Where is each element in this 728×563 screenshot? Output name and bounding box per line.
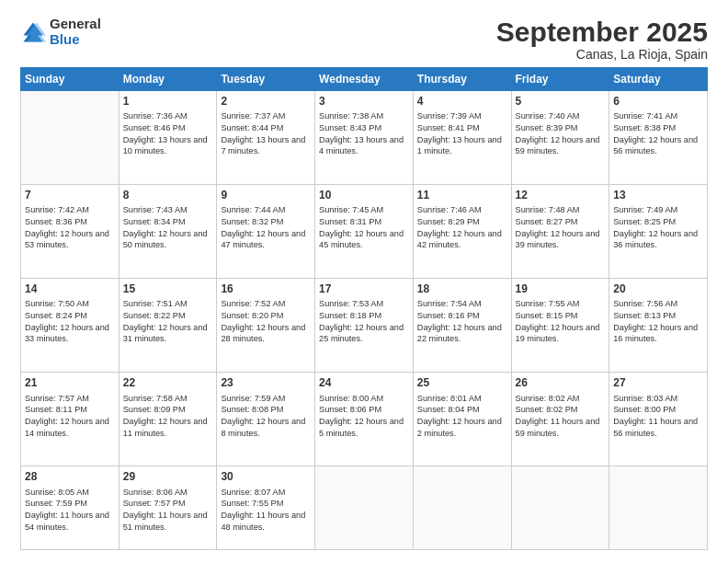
table-row: 28Sunrise: 8:05 AM Sunset: 7:59 PM Dayli… xyxy=(21,466,119,550)
day-info: Sunrise: 7:46 AM Sunset: 8:29 PM Dayligh… xyxy=(417,204,507,251)
day-info: Sunrise: 7:59 AM Sunset: 8:08 PM Dayligh… xyxy=(221,393,311,440)
table-row: 4Sunrise: 7:39 AM Sunset: 8:41 PM Daylig… xyxy=(413,91,511,185)
day-info: Sunrise: 8:02 AM Sunset: 8:02 PM Dayligh… xyxy=(516,393,606,440)
day-info: Sunrise: 8:05 AM Sunset: 7:59 PM Dayligh… xyxy=(25,487,115,534)
day-number: 26 xyxy=(516,375,606,390)
day-info: Sunrise: 8:03 AM Sunset: 8:00 PM Dayligh… xyxy=(613,393,703,440)
day-info: Sunrise: 7:53 AM Sunset: 8:18 PM Dayligh… xyxy=(319,298,409,345)
day-info: Sunrise: 8:00 AM Sunset: 8:06 PM Dayligh… xyxy=(319,393,409,440)
day-number: 17 xyxy=(319,282,409,296)
day-info: Sunrise: 8:07 AM Sunset: 7:55 PM Dayligh… xyxy=(221,487,311,534)
header: General Blue September 2025 Canas, La Ri… xyxy=(20,17,708,62)
day-number: 19 xyxy=(516,282,606,296)
table-row: 14Sunrise: 7:50 AM Sunset: 8:24 PM Dayli… xyxy=(21,279,119,373)
col-monday: Monday xyxy=(119,68,217,91)
table-row: 1Sunrise: 7:36 AM Sunset: 8:46 PM Daylig… xyxy=(119,91,217,185)
table-row: 19Sunrise: 7:55 AM Sunset: 8:15 PM Dayli… xyxy=(511,279,609,373)
day-number: 2 xyxy=(221,94,311,109)
day-info: Sunrise: 7:42 AM Sunset: 8:36 PM Dayligh… xyxy=(25,204,115,251)
day-number: 16 xyxy=(221,282,311,296)
table-row: 24Sunrise: 8:00 AM Sunset: 8:06 PM Dayli… xyxy=(315,373,414,466)
day-number: 14 xyxy=(25,282,115,296)
day-number: 8 xyxy=(123,188,213,202)
day-number: 11 xyxy=(417,188,507,202)
day-info: Sunrise: 7:41 AM Sunset: 8:38 PM Dayligh… xyxy=(613,110,703,157)
table-row: 6Sunrise: 7:41 AM Sunset: 8:38 PM Daylig… xyxy=(609,91,708,185)
calendar-title: September 2025 xyxy=(496,17,708,47)
table-row: 3Sunrise: 7:38 AM Sunset: 8:43 PM Daylig… xyxy=(315,91,414,185)
day-info: Sunrise: 7:45 AM Sunset: 8:31 PM Dayligh… xyxy=(319,204,409,251)
day-info: Sunrise: 7:57 AM Sunset: 8:11 PM Dayligh… xyxy=(25,393,115,440)
day-info: Sunrise: 7:38 AM Sunset: 8:43 PM Dayligh… xyxy=(319,110,409,157)
day-number: 24 xyxy=(319,375,409,390)
table-row: 30Sunrise: 8:07 AM Sunset: 7:55 PM Dayli… xyxy=(217,466,315,550)
day-info: Sunrise: 7:49 AM Sunset: 8:25 PM Dayligh… xyxy=(613,204,703,251)
day-info: Sunrise: 7:39 AM Sunset: 8:41 PM Dayligh… xyxy=(417,110,507,157)
day-info: Sunrise: 7:40 AM Sunset: 8:39 PM Dayligh… xyxy=(516,110,606,157)
logo-general: General xyxy=(50,17,101,32)
table-row: 21Sunrise: 7:57 AM Sunset: 8:11 PM Dayli… xyxy=(21,373,119,466)
table-row: 8Sunrise: 7:43 AM Sunset: 8:34 PM Daylig… xyxy=(119,185,217,279)
day-number: 10 xyxy=(319,188,409,202)
day-number: 23 xyxy=(221,375,311,390)
day-number: 18 xyxy=(417,282,507,296)
day-number: 9 xyxy=(221,188,311,202)
day-info: Sunrise: 7:50 AM Sunset: 8:24 PM Dayligh… xyxy=(25,298,115,345)
table-row: 10Sunrise: 7:45 AM Sunset: 8:31 PM Dayli… xyxy=(315,185,414,279)
table-row: 27Sunrise: 8:03 AM Sunset: 8:00 PM Dayli… xyxy=(609,373,708,466)
table-row: 16Sunrise: 7:52 AM Sunset: 8:20 PM Dayli… xyxy=(217,279,315,373)
day-number: 15 xyxy=(123,282,213,296)
day-number: 13 xyxy=(613,188,703,202)
col-friday: Friday xyxy=(511,68,609,91)
day-info: Sunrise: 7:58 AM Sunset: 8:09 PM Dayligh… xyxy=(123,393,213,440)
day-number: 5 xyxy=(516,94,606,109)
table-row xyxy=(315,466,414,550)
day-info: Sunrise: 7:37 AM Sunset: 8:44 PM Dayligh… xyxy=(221,110,311,157)
day-number: 21 xyxy=(25,375,115,390)
day-number: 7 xyxy=(25,188,115,202)
table-row xyxy=(511,466,609,550)
calendar-header-row: Sunday Monday Tuesday Wednesday Thursday… xyxy=(21,68,708,91)
day-info: Sunrise: 7:55 AM Sunset: 8:15 PM Dayligh… xyxy=(516,298,606,345)
day-info: Sunrise: 7:52 AM Sunset: 8:20 PM Dayligh… xyxy=(221,298,311,345)
day-number: 29 xyxy=(123,469,213,484)
day-info: Sunrise: 7:54 AM Sunset: 8:16 PM Dayligh… xyxy=(417,298,507,345)
calendar-table: Sunday Monday Tuesday Wednesday Thursday… xyxy=(20,67,708,550)
day-info: Sunrise: 7:56 AM Sunset: 8:13 PM Dayligh… xyxy=(613,298,703,345)
table-row: 12Sunrise: 7:48 AM Sunset: 8:27 PM Dayli… xyxy=(511,185,609,279)
col-sunday: Sunday xyxy=(21,68,119,91)
table-row: 25Sunrise: 8:01 AM Sunset: 8:04 PM Dayli… xyxy=(413,373,511,466)
day-info: Sunrise: 7:36 AM Sunset: 8:46 PM Dayligh… xyxy=(123,110,213,157)
day-number: 27 xyxy=(613,375,703,390)
day-info: Sunrise: 7:44 AM Sunset: 8:32 PM Dayligh… xyxy=(221,204,311,251)
day-number: 28 xyxy=(25,469,115,484)
table-row xyxy=(413,466,511,550)
day-info: Sunrise: 7:51 AM Sunset: 8:22 PM Dayligh… xyxy=(123,298,213,345)
logo-icon xyxy=(20,19,46,45)
day-info: Sunrise: 7:43 AM Sunset: 8:34 PM Dayligh… xyxy=(123,204,213,251)
table-row: 11Sunrise: 7:46 AM Sunset: 8:29 PM Dayli… xyxy=(413,185,511,279)
day-info: Sunrise: 8:06 AM Sunset: 7:57 PM Dayligh… xyxy=(123,487,213,534)
col-wednesday: Wednesday xyxy=(315,68,414,91)
table-row xyxy=(21,91,119,185)
table-row: 7Sunrise: 7:42 AM Sunset: 8:36 PM Daylig… xyxy=(21,185,119,279)
page: General Blue September 2025 Canas, La Ri… xyxy=(0,0,728,563)
title-block: September 2025 Canas, La Rioja, Spain xyxy=(496,17,708,62)
table-row: 5Sunrise: 7:40 AM Sunset: 8:39 PM Daylig… xyxy=(511,91,609,185)
table-row: 18Sunrise: 7:54 AM Sunset: 8:16 PM Dayli… xyxy=(413,279,511,373)
day-number: 6 xyxy=(613,94,703,109)
table-row: 17Sunrise: 7:53 AM Sunset: 8:18 PM Dayli… xyxy=(315,279,414,373)
day-number: 22 xyxy=(123,375,213,390)
logo: General Blue xyxy=(20,17,101,47)
table-row: 26Sunrise: 8:02 AM Sunset: 8:02 PM Dayli… xyxy=(511,373,609,466)
table-row: 15Sunrise: 7:51 AM Sunset: 8:22 PM Dayli… xyxy=(119,279,217,373)
day-number: 25 xyxy=(417,375,507,390)
table-row xyxy=(609,466,708,550)
col-saturday: Saturday xyxy=(609,68,708,91)
table-row: 22Sunrise: 7:58 AM Sunset: 8:09 PM Dayli… xyxy=(119,373,217,466)
day-number: 4 xyxy=(417,94,507,109)
table-row: 29Sunrise: 8:06 AM Sunset: 7:57 PM Dayli… xyxy=(119,466,217,550)
day-number: 3 xyxy=(319,94,409,109)
table-row: 13Sunrise: 7:49 AM Sunset: 8:25 PM Dayli… xyxy=(609,185,708,279)
table-row: 23Sunrise: 7:59 AM Sunset: 8:08 PM Dayli… xyxy=(217,373,315,466)
